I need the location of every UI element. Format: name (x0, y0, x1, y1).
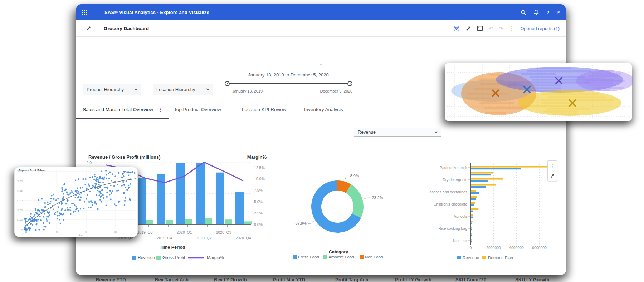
scatter-point[interactable] (98, 180, 99, 182)
scatter-point[interactable] (126, 180, 127, 182)
scatter-point[interactable] (113, 185, 115, 187)
scatter-point[interactable] (125, 197, 126, 198)
scatter-point[interactable] (130, 183, 131, 184)
revenue-bar[interactable] (471, 174, 491, 176)
redo-icon[interactable]: ↷ (499, 26, 504, 31)
bar[interactable] (176, 163, 185, 224)
scatter-point[interactable] (26, 221, 28, 222)
scatter-point[interactable] (25, 220, 26, 222)
scatter-point[interactable] (53, 208, 54, 210)
demand-plan-bar[interactable] (471, 166, 551, 168)
bar[interactable] (185, 219, 192, 224)
panel-layout-icon[interactable] (477, 26, 483, 31)
scatter-point[interactable] (109, 171, 111, 173)
scatter-point[interactable] (85, 184, 86, 185)
scatter-point[interactable] (105, 170, 107, 171)
revenue-bar[interactable] (471, 186, 486, 188)
donut-slice-ambient-food[interactable] (346, 184, 364, 218)
scatter-point[interactable] (57, 218, 58, 219)
scatter-point[interactable] (116, 190, 118, 192)
scatter-point[interactable] (43, 222, 44, 224)
revenue-bar[interactable] (471, 204, 474, 206)
scatter-point[interactable] (36, 213, 38, 214)
scatter-point[interactable] (63, 213, 64, 215)
scatter-point[interactable] (78, 178, 79, 180)
scatter-point[interactable] (109, 194, 110, 195)
revenue-bar[interactable] (471, 241, 472, 243)
measure-select[interactable]: Revenue (354, 128, 441, 137)
scatter-point[interactable] (121, 176, 122, 178)
scatter-point[interactable] (40, 212, 41, 213)
user-avatar[interactable]: P (556, 10, 560, 15)
revenue-bar[interactable] (471, 211, 473, 212)
help-icon[interactable]: ? (546, 10, 549, 15)
scatter-point[interactable] (104, 177, 105, 178)
scatter-point[interactable] (30, 213, 32, 215)
scatter-point[interactable] (97, 177, 98, 178)
scatter-point[interactable] (110, 198, 112, 200)
scatter-point[interactable] (63, 184, 65, 185)
date-range-slider[interactable] (227, 83, 350, 84)
scatter-point[interactable] (70, 213, 71, 215)
tab-location-kpi-review[interactable]: Location KPI Review (242, 107, 287, 112)
category-donut-chart[interactable]: 8.9%23.2%67.9%CategoryFresh FoodAmbient … (287, 155, 398, 262)
scatter-point[interactable] (118, 172, 119, 174)
scatter-point[interactable] (91, 202, 93, 203)
scatter-point[interactable] (94, 201, 96, 202)
demand-plan-bar[interactable] (471, 227, 472, 228)
notifications-bell-icon[interactable] (533, 10, 539, 15)
scatter-point[interactable] (104, 187, 106, 188)
scatter-point[interactable] (92, 185, 93, 186)
scatter-point[interactable] (114, 176, 116, 177)
scatter-point[interactable] (31, 217, 33, 218)
bar[interactable] (205, 218, 212, 224)
scatter-point[interactable] (46, 218, 47, 220)
scatter-point[interactable] (50, 198, 52, 199)
demand-plan-bar[interactable] (471, 202, 475, 204)
scatter-point[interactable] (39, 216, 40, 217)
scatter-point[interactable] (57, 215, 58, 216)
revenue-bar[interactable] (471, 168, 521, 170)
revenue-bar[interactable] (471, 192, 479, 194)
scatter-point[interactable] (25, 222, 26, 223)
scatter-point[interactable] (106, 192, 108, 193)
scatter-point[interactable] (74, 204, 75, 206)
scatter-point[interactable] (53, 194, 54, 195)
scatter-point[interactable] (70, 210, 71, 211)
app-switcher-icon[interactable] (82, 10, 87, 15)
scatter-point[interactable] (57, 211, 58, 212)
scatter-point[interactable] (64, 209, 66, 211)
scatter-point[interactable] (39, 210, 40, 212)
scatter-point[interactable] (101, 170, 102, 172)
scatter-point[interactable] (69, 207, 71, 208)
scatter-point[interactable] (80, 197, 82, 198)
scatter-point[interactable] (35, 209, 36, 211)
scatter-point[interactable] (38, 199, 39, 201)
scatter-point[interactable] (101, 201, 102, 202)
scatter-point[interactable] (47, 202, 48, 203)
scatter-point[interactable] (122, 181, 124, 183)
scatter-point[interactable] (103, 178, 105, 180)
scatter-point[interactable] (130, 172, 131, 173)
scatter-point[interactable] (75, 197, 76, 198)
scatter-point[interactable] (65, 203, 67, 204)
tab-top-product-overview[interactable]: Top Product Overview (174, 107, 221, 112)
scatter-point[interactable] (71, 203, 73, 204)
scatter-point[interactable] (39, 229, 40, 230)
scatter-point[interactable] (82, 187, 83, 188)
scatter-point[interactable] (102, 178, 103, 179)
cluster-plot-window[interactable] (445, 63, 632, 121)
revenue-bar[interactable] (471, 198, 476, 200)
revenue-bar[interactable] (471, 180, 488, 182)
scatter-point[interactable] (66, 193, 68, 195)
scatter-point[interactable] (80, 208, 81, 209)
scatter-point[interactable] (106, 196, 108, 198)
scatter-point[interactable] (41, 209, 43, 211)
demand-plan-bar[interactable] (471, 178, 503, 180)
scatter-point[interactable] (78, 210, 79, 212)
scatter-point[interactable] (75, 180, 76, 181)
scatter-point[interactable] (61, 187, 63, 189)
scatter-point[interactable] (123, 184, 125, 185)
scatter-point[interactable] (96, 194, 97, 196)
scatter-point[interactable] (71, 191, 73, 193)
